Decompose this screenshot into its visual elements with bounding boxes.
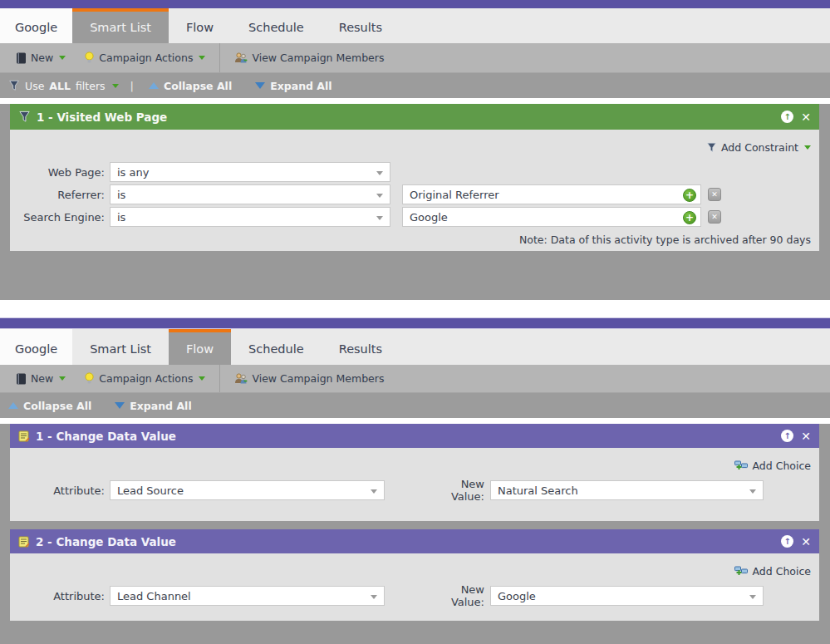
- search-engine-value-input[interactable]: [403, 208, 700, 226]
- flow-step-2: 2 - Change Data Value ↑ ✕ Add Choice: [10, 529, 819, 621]
- view-campaign-members-button[interactable]: View Campaign Members: [225, 43, 393, 72]
- chevron-down-icon: [376, 171, 383, 175]
- view-campaign-members-label: View Campaign Members: [252, 372, 384, 385]
- flow-step-1: 1 - Change Data Value ↑ ✕ Add Choice: [10, 424, 819, 521]
- add-value-plus-icon[interactable]: +: [683, 211, 696, 224]
- move-up-icon[interactable]: ↑: [781, 430, 793, 442]
- new-label: New: [31, 372, 53, 385]
- tab-google[interactable]: Google: [0, 329, 72, 365]
- tab-schedule[interactable]: Schedule: [231, 329, 322, 365]
- tab-smart-list[interactable]: Smart List: [72, 8, 169, 43]
- remove-referrer-icon[interactable]: ✕: [708, 188, 721, 201]
- remove-search-engine-icon[interactable]: ✕: [708, 210, 721, 224]
- filter-panel-visited-web-page: 1 - Visited Web Page ↑ ✕ Add Constraint: [10, 104, 819, 251]
- tab-schedule[interactable]: Schedule: [231, 8, 322, 43]
- expand-all-button[interactable]: Expand All: [255, 80, 332, 92]
- referrer-operator-select[interactable]: is: [110, 184, 390, 204]
- campaign-actions-button[interactable]: Campaign Actions: [75, 365, 214, 392]
- expand-all-button[interactable]: Expand All: [115, 400, 191, 412]
- add-choice-icon: [734, 565, 748, 577]
- tab-smart-list[interactable]: Smart List: [72, 329, 169, 365]
- collapse-all-button[interactable]: Collapse All: [8, 400, 91, 412]
- add-value-plus-icon[interactable]: +: [683, 189, 696, 202]
- search-engine-value-field: +: [402, 207, 701, 227]
- attribute-value: Lead Channel: [117, 590, 191, 602]
- filter-bar: Use ALL filters | Collapse All Expand Al…: [0, 73, 830, 98]
- campaign-actions-caret-icon: [199, 376, 205, 381]
- filter-panel-header[interactable]: 1 - Visited Web Page ↑ ✕: [10, 104, 819, 130]
- search-engine-row: Search Engine: is + ✕: [18, 207, 811, 227]
- smart-list-section: Google Smart List Flow Schedule Results …: [0, 0, 830, 300]
- lightbulb-icon: [84, 52, 95, 64]
- tab-results[interactable]: Results: [322, 329, 400, 365]
- move-up-icon[interactable]: ↑: [781, 111, 793, 123]
- attribute-select[interactable]: Lead Source: [110, 480, 385, 500]
- close-icon[interactable]: ✕: [801, 430, 811, 442]
- web-page-operator-select[interactable]: is any: [110, 162, 390, 182]
- smart-list-canvas: 1 - Visited Web Page ↑ ✕ Add Constraint: [0, 104, 830, 300]
- new-value-select[interactable]: Google: [490, 586, 764, 606]
- tab-flow[interactable]: Flow: [169, 329, 231, 365]
- referrer-row: Referrer: is + ✕: [18, 184, 811, 204]
- collapse-all-label: Collapse All: [23, 400, 91, 412]
- use-filters-pre: Use: [25, 80, 44, 92]
- new-value-value: Natural Search: [498, 484, 578, 497]
- app-frame: Google Smart List Flow Schedule Results …: [0, 0, 830, 644]
- chevron-down-icon: [376, 194, 383, 198]
- campaign-actions-button[interactable]: Campaign Actions: [75, 43, 214, 72]
- add-choice-icon: [734, 460, 748, 471]
- view-campaign-members-button[interactable]: View Campaign Members: [225, 365, 393, 392]
- add-constraint-button[interactable]: Add Constraint: [706, 141, 811, 154]
- collapse-all-label: Collapse All: [164, 80, 232, 92]
- flow-step-header[interactable]: 1 - Change Data Value ↑ ✕: [10, 424, 819, 448]
- toolbar-separator: [219, 43, 220, 72]
- attribute-value: Lead Source: [117, 484, 184, 497]
- attribute-label: Attribute:: [18, 484, 105, 497]
- add-constraint-caret-icon: [804, 145, 811, 150]
- search-engine-operator-select[interactable]: is: [110, 207, 390, 227]
- new-value-value: Google: [498, 590, 536, 602]
- add-choice-button[interactable]: Add Choice: [734, 565, 811, 578]
- add-choice-label: Add Choice: [752, 565, 811, 578]
- chevron-down-icon: [749, 595, 756, 599]
- expand-all-icon: [255, 82, 265, 89]
- move-up-icon[interactable]: ↑: [781, 535, 793, 548]
- flow-step-title: 1 - Change Data Value: [36, 430, 781, 443]
- constraint-funnel-icon: [706, 142, 717, 153]
- new-caret-icon: [59, 56, 66, 60]
- close-icon[interactable]: ✕: [801, 111, 811, 123]
- attribute-select[interactable]: Lead Channel: [110, 586, 385, 606]
- tab-google[interactable]: Google: [0, 8, 72, 43]
- search-engine-operator-value: is: [117, 211, 125, 224]
- referrer-value-field: +: [402, 184, 701, 204]
- filter-bar-divider: |: [130, 80, 134, 92]
- referrer-value-input[interactable]: [403, 185, 700, 204]
- tab-flow[interactable]: Flow: [169, 8, 231, 43]
- campaign-actions-label: Campaign Actions: [99, 372, 193, 385]
- new-value-select[interactable]: Natural Search: [490, 480, 764, 500]
- collapse-all-icon: [8, 402, 18, 409]
- expand-all-label: Expand All: [130, 400, 191, 412]
- new-button[interactable]: New: [7, 365, 75, 392]
- close-icon[interactable]: ✕: [801, 536, 811, 548]
- toolbar-separator: [219, 365, 220, 392]
- flow-step-body: Add Choice Attribute: Lead Channel New V…: [10, 553, 819, 621]
- flow-step-header[interactable]: 2 - Change Data Value ↑ ✕: [10, 529, 819, 553]
- chevron-down-icon: [371, 489, 377, 494]
- chevron-down-icon: [376, 216, 383, 220]
- new-button[interactable]: New: [7, 43, 75, 72]
- tabbar-flow-view: Google Smart List Flow Schedule Results: [0, 329, 830, 365]
- collapse-all-button[interactable]: Collapse All: [149, 80, 232, 92]
- filter-funnel-icon: [18, 111, 31, 123]
- change-data-value-icon: [18, 430, 30, 442]
- use-all-filters-control[interactable]: Use ALL filters: [8, 80, 119, 92]
- use-filters-post: filters: [76, 80, 106, 92]
- collapse-all-icon: [149, 82, 159, 89]
- section-gap: [0, 300, 830, 317]
- change-data-row: Attribute: Lead Channel New Value: Googl…: [18, 586, 811, 606]
- add-choice-button[interactable]: Add Choice: [734, 460, 811, 472]
- referrer-operator-value: is: [117, 189, 125, 201]
- use-filters-caret-icon: [112, 84, 119, 88]
- web-page-label: Web Page:: [18, 166, 105, 179]
- tab-results[interactable]: Results: [322, 8, 400, 43]
